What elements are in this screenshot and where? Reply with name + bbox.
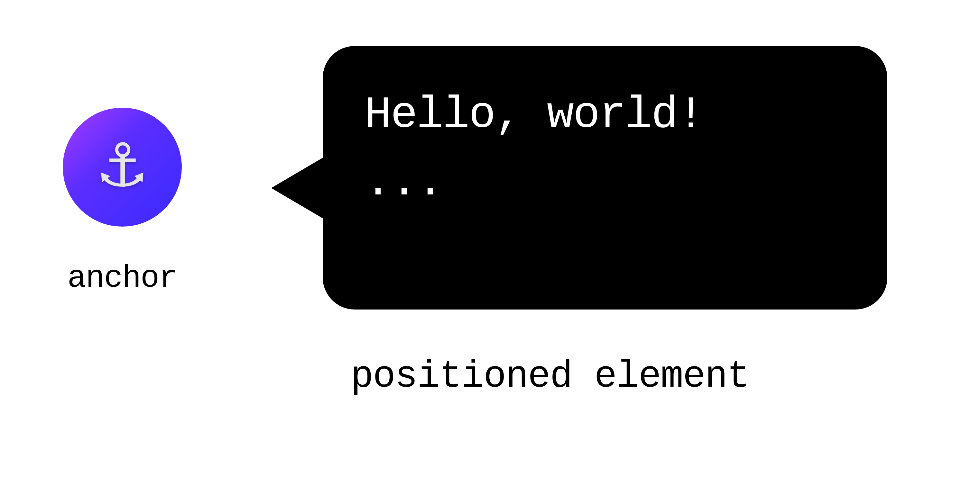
positioned-element-label: positioned element xyxy=(351,355,749,398)
speech-bubble: Hello, world! ... xyxy=(323,46,887,309)
bubble-text-line2: ... xyxy=(364,149,845,216)
anchor-avatar: ⚓ xyxy=(63,108,182,227)
diagram-container: ⚓ anchor Hello, world! ... positioned el… xyxy=(0,0,980,485)
speech-bubble-tail xyxy=(271,156,326,220)
anchor-icon: ⚓ xyxy=(100,130,145,204)
bubble-text-line1: Hello, world! xyxy=(364,81,845,149)
anchor-label: anchor xyxy=(63,260,182,296)
